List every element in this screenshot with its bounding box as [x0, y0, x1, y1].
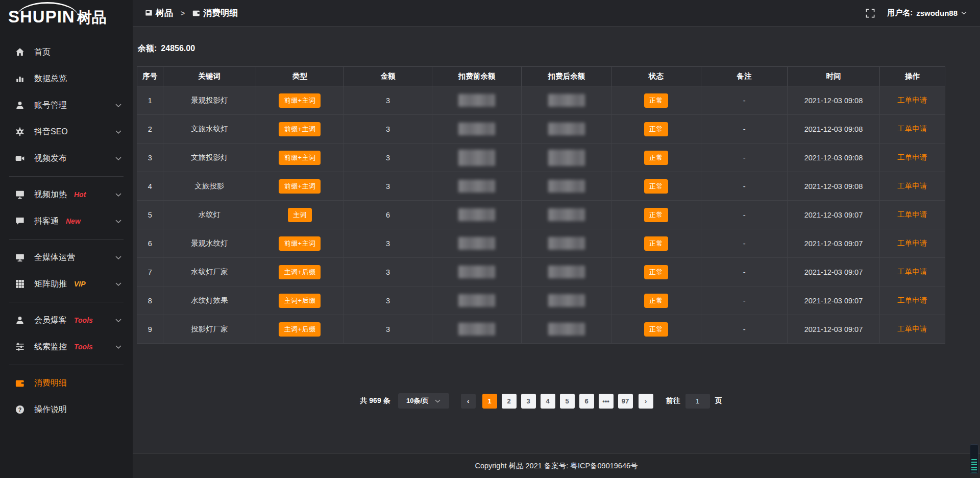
- redacted-balance-after: [548, 208, 585, 221]
- page-button-3[interactable]: 3: [521, 394, 536, 409]
- sidebar-item-person[interactable]: 会员爆客 Tools: [0, 307, 133, 333]
- page-button-6[interactable]: 6: [579, 394, 594, 409]
- type-cell: 前缀+主词: [256, 172, 344, 201]
- sidebar-item-label: 视频发布: [34, 153, 67, 164]
- type-badge: 主词+后缀: [279, 294, 321, 308]
- keyword-cell: 水纹灯: [163, 201, 256, 229]
- fullscreen-icon[interactable]: [866, 9, 875, 18]
- action-cell: 工单申请: [879, 258, 945, 286]
- chevron-down-icon: [115, 130, 121, 134]
- sidebar-item-screen[interactable]: 视频加热 Hot: [0, 181, 133, 208]
- page-button-5[interactable]: 5: [560, 394, 575, 409]
- redacted-balance-before: [458, 266, 495, 278]
- breadcrumb-app[interactable]: 树品: [145, 7, 173, 19]
- wallet-icon: [15, 378, 26, 388]
- work-order-link[interactable]: 工单申请: [897, 153, 927, 161]
- amount-cell: 3: [344, 286, 432, 315]
- time-cell: 2021-12-03 09:08: [788, 144, 879, 172]
- seq-cell: 1: [137, 86, 163, 115]
- sidebar-divider: [9, 365, 124, 365]
- status-cell: 正常: [611, 172, 701, 201]
- work-order-link[interactable]: 工单申请: [897, 268, 927, 276]
- seq-cell: 5: [137, 201, 163, 229]
- page-button-1[interactable]: 1: [482, 394, 497, 409]
- sidebar-item-wallet[interactable]: 消费明细: [0, 370, 133, 396]
- redacted-balance-after: [548, 266, 585, 278]
- page-button-2[interactable]: 2: [502, 394, 517, 409]
- sidebar-item-label: 抖客通: [34, 216, 59, 227]
- seq-cell: 7: [137, 258, 163, 286]
- remark-cell: -: [701, 115, 787, 144]
- column-header: 扣费前余额: [432, 67, 522, 86]
- breadcrumb-app-label: 树品: [156, 7, 173, 19]
- monitor-icon: [15, 253, 26, 262]
- remark-cell: -: [701, 229, 787, 258]
- sidebar-item-grid[interactable]: 矩阵助推 VIP: [0, 271, 133, 297]
- keyword-cell: 投影灯厂家: [163, 315, 256, 344]
- type-badge: 主词+后缀: [279, 322, 321, 337]
- redacted-balance-after: [548, 94, 585, 107]
- sidebar-item-sliders[interactable]: 线索监控 Tools: [0, 333, 133, 360]
- type-cell: 主词+后缀: [256, 286, 344, 315]
- column-header: 类型: [256, 67, 344, 86]
- prev-page-button[interactable]: ‹: [461, 394, 476, 409]
- type-cell: 前缀+主词: [256, 86, 344, 115]
- remark-cell: -: [701, 86, 787, 115]
- more-pages-button[interactable]: •••: [599, 394, 614, 409]
- goto-page-input[interactable]: [685, 394, 710, 409]
- sidebar-item-chat[interactable]: 抖客通 New: [0, 208, 133, 234]
- sidebar-item-gear[interactable]: 抖音SEO: [0, 118, 133, 145]
- action-cell: 工单申请: [879, 115, 945, 144]
- table-row: 5水纹灯主词6正常-2021-12-03 09:07工单申请: [137, 201, 945, 229]
- work-order-link[interactable]: 工单申请: [897, 296, 927, 304]
- next-page-button[interactable]: ›: [639, 394, 653, 409]
- sidebar-item-label: 会员爆客: [34, 315, 67, 326]
- work-order-link[interactable]: 工单申请: [897, 325, 927, 333]
- sidebar-item-video[interactable]: 视频发布: [0, 145, 133, 172]
- type-cell: 主词+后缀: [256, 258, 344, 286]
- sidebar-item-chart[interactable]: 数据总览: [0, 65, 133, 92]
- page-button-4[interactable]: 4: [541, 394, 555, 409]
- widget-stripes-decoration: [971, 459, 977, 472]
- balance-after-cell: [522, 115, 611, 144]
- amount-cell: 3: [344, 172, 432, 201]
- breadcrumb-page-label: 消费明细: [203, 7, 238, 19]
- keyword-cell: 景观投影灯: [163, 86, 256, 115]
- breadcrumb-separator: >: [178, 9, 188, 17]
- keyword-cell: 文旅水纹灯: [163, 115, 256, 144]
- column-header: 序号: [137, 67, 163, 86]
- page-size-select[interactable]: 10条/页: [398, 393, 449, 409]
- sidebar-divider: [9, 302, 124, 302]
- sidebar-item-monitor[interactable]: 全媒体运营: [0, 244, 133, 271]
- work-order-link[interactable]: 工单申请: [897, 239, 927, 247]
- sidebar-item-home[interactable]: 首页: [0, 39, 133, 65]
- sliders-icon: [15, 342, 26, 351]
- page-footer: Copyright 树品 2021 备案号: 粤ICP备09019646号: [133, 453, 980, 478]
- consumption-table: 序号关键词类型金额扣费前余额扣费后余额状态备注时间操作 1景观投影灯前缀+主词3…: [137, 66, 945, 344]
- page-button-97[interactable]: 97: [618, 394, 633, 409]
- table-row: 9投影灯厂家主词+后缀3正常-2021-12-03 09:07工单申请: [137, 315, 945, 344]
- sidebar-item-user[interactable]: 账号管理: [0, 92, 133, 118]
- type-badge: 前缀+主词: [279, 151, 321, 165]
- redacted-balance-before: [458, 180, 495, 193]
- balance-after-cell: [522, 201, 611, 229]
- top-header: 树品 > 消费明细 用户名: zswodun88: [133, 0, 980, 27]
- sidebar: SHUPIN树品 首页 数据总览 账号管理 抖音SEO 视频发布 视频加热 Ho…: [0, 0, 133, 478]
- time-cell: 2021-12-03 09:07: [788, 229, 879, 258]
- type-badge: 前缀+主词: [279, 122, 321, 136]
- action-cell: 工单申请: [879, 172, 945, 201]
- redacted-balance-after: [548, 294, 585, 307]
- table-row: 2文旅水纹灯前缀+主词3正常-2021-12-03 09:08工单申请: [137, 115, 945, 144]
- balance-after-cell: [522, 315, 611, 344]
- work-order-link[interactable]: 工单申请: [897, 210, 927, 219]
- redacted-balance-before: [458, 323, 495, 336]
- user-menu[interactable]: 用户名: zswodun88: [887, 8, 967, 18]
- balance-before-cell: [432, 172, 522, 201]
- floating-widget[interactable]: [970, 444, 978, 474]
- work-order-link[interactable]: 工单申请: [897, 182, 927, 190]
- work-order-link[interactable]: 工单申请: [897, 125, 927, 133]
- work-order-link[interactable]: 工单申请: [897, 96, 927, 104]
- type-cell: 主词: [256, 201, 344, 229]
- sidebar-item-question[interactable]: ? 操作说明: [0, 396, 133, 423]
- redacted-balance-after: [548, 237, 585, 250]
